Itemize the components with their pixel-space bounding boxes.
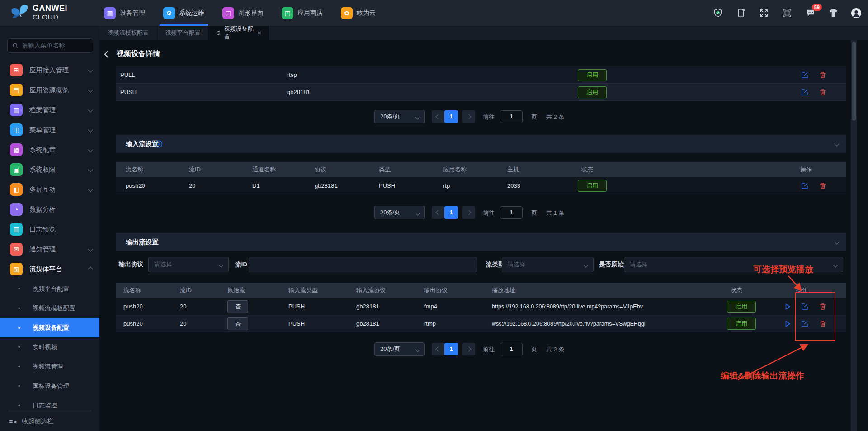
sidebar-subitem-2[interactable]: •视频设备配置	[0, 318, 99, 337]
tab-video-platform[interactable]: 视频平台配置	[157, 26, 209, 40]
edit-icon[interactable]	[801, 182, 808, 189]
sidebar-subitem-label: 国标设备管理	[33, 382, 69, 390]
prev-page-button[interactable]	[432, 206, 444, 219]
raw-stream-toggle[interactable]: 否	[227, 317, 248, 330]
goto-page-input[interactable]: 1	[500, 206, 523, 219]
nav-item-2[interactable]: ▢图形界面	[222, 0, 264, 26]
chevron-left-icon	[435, 114, 440, 119]
chevron-right-icon	[466, 210, 471, 215]
nav-item-4[interactable]: ✿敢为云	[341, 0, 376, 26]
user-avatar[interactable]	[851, 8, 862, 19]
nav-item-3[interactable]: ◳应用商店	[282, 0, 323, 26]
sidebar-subitem-0[interactable]: •视频平台配置	[0, 279, 99, 298]
messages-icon[interactable]: 59	[805, 8, 816, 19]
sidebar-item-label: 流媒体平台	[29, 265, 62, 274]
sidebar-item-5[interactable]: ▣系统权限	[0, 160, 99, 180]
enable-status-button[interactable]: 启用	[578, 69, 607, 81]
page-number-active[interactable]: 1	[444, 110, 458, 123]
sidebar-item-8[interactable]: ▥日志预览	[0, 219, 99, 239]
scrollbar-thumb[interactable]	[852, 42, 856, 121]
sidebar-subitem-4[interactable]: •视频流管理	[0, 357, 99, 376]
sidebar-subitem-5[interactable]: •国标设备管理	[0, 376, 99, 396]
next-page-button[interactable]	[462, 206, 475, 219]
sidebar-item-7[interactable]: ◔数据分析	[0, 199, 99, 219]
output-stream-section-header: 输出流设置	[116, 233, 846, 251]
top-nav-items: ▥设备管理⚙系统运维▢图形界面◳应用商店✿敢为云	[104, 0, 376, 26]
notify-manage-icon: ✉	[10, 243, 23, 256]
annotation-edit-delete-text: 编辑&删除输出流操作	[721, 370, 804, 382]
sidebar-item-label: 系统配置	[29, 146, 56, 154]
output-protocol-select[interactable]: 请选择	[148, 257, 229, 272]
back-button[interactable]	[104, 51, 112, 58]
page-number-active[interactable]: 1	[444, 206, 458, 219]
vertical-scrollbar[interactable]	[851, 40, 857, 431]
prev-page-button[interactable]	[432, 343, 444, 355]
sidebar-item-label: 通知管理	[29, 245, 56, 254]
stream-type: PUSH	[379, 177, 395, 194]
page-number-active[interactable]: 1	[444, 343, 458, 355]
stream-type-select[interactable]: 请选择	[502, 257, 594, 272]
sidebar-item-4[interactable]: ▩系统配置	[0, 140, 99, 160]
collapse-sidebar-button[interactable]: ≡◂ 收起侧边栏	[9, 417, 53, 426]
sidebar-subitem-6[interactable]: •日志监控	[0, 396, 99, 415]
chevron-down-icon	[415, 347, 420, 352]
protocol-table: PULL rtsp 启用 PUSH gb28181 启用	[116, 66, 846, 101]
mobile-device-icon[interactable]	[736, 8, 746, 19]
add-input-stream-icon[interactable]	[155, 140, 163, 148]
input-stream-section-header: 输入流设置	[116, 135, 846, 153]
select-placeholder: 请选择	[508, 261, 525, 268]
screenshot-frame-icon[interactable]	[782, 8, 793, 19]
sidebar-subitem-1[interactable]: •视频流模板配置	[0, 298, 99, 318]
tab-video-stream-template[interactable]: 视频流模板配置	[99, 26, 157, 40]
chevron-left-icon	[435, 210, 440, 215]
enable-status-button[interactable]: 启用	[578, 180, 607, 192]
play-icon[interactable]	[784, 320, 791, 327]
nav-item-1[interactable]: ⚙系统运维	[163, 0, 204, 26]
column-header: 状态	[581, 162, 593, 177]
sidebar-subitem-3[interactable]: •实时视频	[0, 337, 99, 357]
delete-icon[interactable]	[819, 182, 826, 189]
nav-item-0[interactable]: ▥设备管理	[104, 0, 145, 26]
sidebar-item-6[interactable]: ◧多屏互动	[0, 180, 99, 199]
delete-icon[interactable]	[819, 71, 826, 79]
enable-status-button[interactable]: 启用	[727, 301, 756, 313]
raw-stream-toggle[interactable]: 否	[227, 300, 248, 313]
close-tab-icon[interactable]: ×	[258, 30, 261, 36]
chevron-down-icon	[583, 262, 588, 267]
delete-icon[interactable]	[819, 89, 826, 96]
sidebar-item-3[interactable]: ◫菜单管理	[0, 120, 99, 140]
theme-shirt-icon[interactable]	[828, 8, 839, 19]
play-icon[interactable]	[784, 303, 791, 310]
goto-page-input[interactable]: 1	[500, 343, 523, 355]
sidebar-item-10[interactable]: ▧流媒体平台	[0, 259, 99, 279]
tab-video-device-active[interactable]: 视频设备配置 ×	[209, 26, 269, 40]
system-config-icon: ▩	[10, 143, 23, 156]
menu-search-input[interactable]: 请输入菜单名称	[7, 38, 93, 53]
page-size-select[interactable]: 20条/页	[374, 110, 425, 123]
fullscreen-expand-icon[interactable]	[759, 8, 769, 19]
sidebar-item-9[interactable]: ✉通知管理	[0, 239, 99, 259]
goto-label: 前往	[483, 113, 495, 121]
sidebar-item-2[interactable]: ▦档案管理	[0, 100, 99, 120]
collapse-section-icon[interactable]	[834, 141, 839, 146]
page-size-select[interactable]: 20条/页	[374, 206, 425, 219]
edit-icon[interactable]	[801, 71, 808, 79]
enable-status-button[interactable]: 启用	[578, 86, 607, 98]
column-header: 流名称	[126, 162, 143, 177]
collapse-section-icon[interactable]	[834, 239, 839, 244]
security-shield-icon[interactable]	[712, 8, 723, 19]
page-size-select[interactable]: 20条/页	[374, 342, 425, 356]
goto-page-input[interactable]: 1	[500, 110, 523, 123]
stream-id-input[interactable]	[249, 257, 477, 272]
page-size-value: 20条/页	[380, 346, 400, 352]
prev-page-button[interactable]	[432, 110, 444, 123]
enable-status-button[interactable]: 启用	[727, 318, 756, 330]
nav-item-label: 设备管理	[120, 9, 145, 17]
sidebar-item-0[interactable]: ⊞应用接入管理	[0, 60, 99, 80]
column-header: 原始流	[227, 283, 245, 298]
refresh-icon[interactable]	[216, 30, 221, 36]
next-page-button[interactable]	[462, 110, 475, 123]
sidebar-item-1[interactable]: ▤应用资源概览	[0, 80, 99, 100]
edit-icon[interactable]	[801, 89, 808, 96]
next-page-button[interactable]	[462, 343, 475, 355]
